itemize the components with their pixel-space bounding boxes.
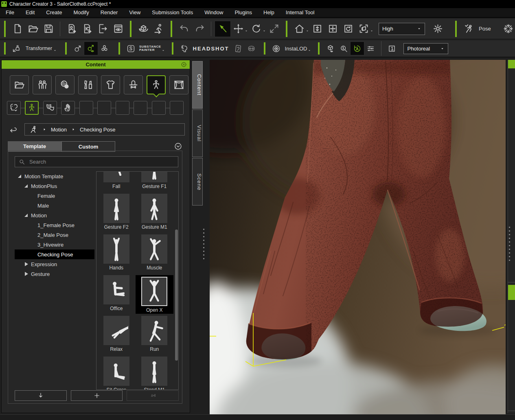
category-stage-button[interactable] xyxy=(169,75,188,94)
tree-item[interactable]: Gesture xyxy=(15,269,94,279)
dock-tab[interactable]: Content xyxy=(192,61,203,109)
rotate-tool-button[interactable] xyxy=(248,21,264,37)
scale-tool-button[interactable] xyxy=(266,21,282,37)
export-character-button[interactable] xyxy=(64,21,79,37)
menu-item[interactable]: Edit xyxy=(20,8,40,17)
category-animation-button[interactable] xyxy=(147,75,166,94)
expand-arrow-icon[interactable] xyxy=(24,262,29,266)
camera-frame-caret-icon[interactable] xyxy=(370,29,374,33)
transformer-caret-icon[interactable] xyxy=(53,48,57,52)
tree-item[interactable]: 3_Hivewire xyxy=(15,240,94,249)
headshot-button[interactable] xyxy=(178,42,191,55)
transformer-button[interactable] xyxy=(10,42,23,55)
back-button[interactable] xyxy=(8,125,18,134)
close-icon[interactable] xyxy=(181,61,187,68)
pose-thumbnail[interactable]: Open X xyxy=(136,275,174,314)
undo-button[interactable] xyxy=(176,21,192,37)
pose-thumbnail[interactable]: Gesture F1 xyxy=(136,171,174,189)
right-panel-section-header[interactable] xyxy=(508,285,515,300)
pose-thumbnail[interactable]: Stand M1 xyxy=(136,357,174,390)
subcategory-motion-button[interactable] xyxy=(25,101,39,115)
single-view-button[interactable] xyxy=(385,42,399,55)
zoom-once-button[interactable] xyxy=(337,42,351,55)
panel-splitter-handle[interactable] xyxy=(203,229,204,259)
category-cloth-button[interactable] xyxy=(101,75,120,94)
expand-arrow-icon[interactable] xyxy=(30,194,36,198)
atmosphere-toggle-icon[interactable] xyxy=(501,21,515,37)
category-makeup-button[interactable] xyxy=(78,75,97,94)
expand-arrow-icon[interactable] xyxy=(30,203,36,208)
right-panel-header[interactable] xyxy=(508,60,515,68)
export-iclone-button[interactable] xyxy=(79,21,95,37)
camera-frame-button[interactable] xyxy=(356,21,371,37)
pose-toggle-icon[interactable] xyxy=(461,21,476,37)
menu-item[interactable]: Render xyxy=(95,8,124,17)
instalod-label[interactable]: InstaLOD xyxy=(285,46,307,52)
rotate-tool-caret-icon[interactable] xyxy=(262,29,266,33)
expand-arrow-icon[interactable] xyxy=(30,243,36,247)
select-tool-button[interactable] xyxy=(215,21,230,37)
category-accessory-button[interactable] xyxy=(124,75,143,94)
expand-arrow-icon[interactable] xyxy=(30,223,36,227)
substance-painter-label[interactable]: SUBSTANCE PAINTER xyxy=(139,45,161,52)
category-project-folder-button[interactable] xyxy=(10,75,29,94)
render-preview-button[interactable] xyxy=(110,21,126,37)
pose-toggle-label[interactable]: Pose xyxy=(479,26,491,32)
menu-item[interactable]: Modify xyxy=(68,8,94,17)
tree-item[interactable]: Female xyxy=(15,191,94,201)
subcategory-hand-button[interactable] xyxy=(61,101,75,115)
instalod-button[interactable] xyxy=(270,42,283,55)
menu-item[interactable]: Help xyxy=(258,8,280,17)
pose-thumbnail[interactable]: Muscle xyxy=(136,234,174,271)
new-project-button[interactable] xyxy=(10,21,25,37)
instalod-caret-icon[interactable] xyxy=(307,48,311,52)
add-content-button[interactable] xyxy=(71,390,123,401)
pose-thumbnail[interactable]: Fall xyxy=(97,171,136,189)
pose-thumbnail[interactable]: Relax xyxy=(97,316,136,352)
pose-tool-button[interactable] xyxy=(71,42,84,55)
open-project-button[interactable] xyxy=(25,21,41,37)
tree-item[interactable]: 1_Female Pose xyxy=(15,220,94,230)
pose-thumbnail[interactable]: Sit Cross xyxy=(97,357,136,390)
orbit-sync-button[interactable] xyxy=(136,21,151,37)
content-panel-header[interactable]: Content xyxy=(2,60,190,69)
breadcrumb-root[interactable]: Motion xyxy=(51,127,67,133)
ibl-light-button[interactable] xyxy=(430,21,445,37)
tree-item[interactable]: Motion xyxy=(15,210,94,220)
mesh-edit-button[interactable] xyxy=(98,42,111,55)
camera-home-caret-icon[interactable] xyxy=(305,29,309,33)
headshot-label[interactable]: HEADSHOT xyxy=(193,46,229,52)
substance-caret-icon[interactable] xyxy=(161,48,165,52)
viewport-3d[interactable] xyxy=(210,60,506,414)
expand-arrow-icon[interactable] xyxy=(24,213,29,217)
dock-tab[interactable]: Scene xyxy=(192,158,203,206)
grid-scrollbar[interactable] xyxy=(175,172,178,389)
camera-pan-button[interactable] xyxy=(325,21,340,37)
preview-box-button[interactable] xyxy=(324,42,337,55)
tree-item[interactable]: Male xyxy=(15,201,94,210)
tree-item[interactable]: MotionPlus xyxy=(15,181,94,191)
camera-orbit-button[interactable] xyxy=(340,21,356,37)
pose-thumbnail[interactable]: Office xyxy=(97,275,136,311)
menu-item[interactable]: Plugins xyxy=(229,8,258,17)
export-file-button[interactable] xyxy=(95,21,110,37)
move-tool-caret-icon[interactable] xyxy=(244,29,248,33)
transformer-label[interactable]: Transformer xyxy=(26,46,52,51)
menu-item[interactable]: Submission Tools xyxy=(146,8,199,17)
camera-home-button[interactable] xyxy=(291,21,307,37)
collapse-chevron-icon[interactable] xyxy=(174,142,182,151)
category-actor-button[interactable] xyxy=(33,75,52,94)
substance-painter-button[interactable] xyxy=(124,42,138,55)
auto-rotate-button[interactable] xyxy=(351,42,364,55)
menu-item[interactable]: File xyxy=(0,8,20,17)
quality-dropdown[interactable]: High xyxy=(379,23,425,35)
expand-arrow-icon[interactable] xyxy=(17,174,23,178)
subcategory-persona-button[interactable] xyxy=(7,101,21,115)
expand-arrow-icon[interactable] xyxy=(24,272,29,276)
goggles-button[interactable] xyxy=(245,42,258,55)
scrollbar-thumb[interactable] xyxy=(175,230,178,361)
display-settings-button[interactable] xyxy=(364,42,377,55)
pose-thumbnail[interactable]: Gesture M1 xyxy=(136,194,174,230)
pose-thumbnail[interactable]: Gesture F2 xyxy=(97,194,136,230)
tree-item[interactable]: Checking Pose xyxy=(15,249,94,259)
